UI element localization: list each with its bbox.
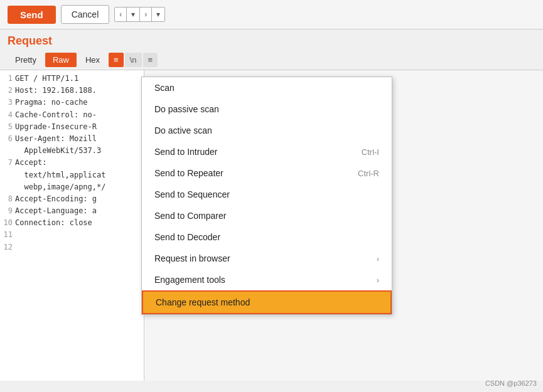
tab-raw[interactable]: Raw — [45, 53, 77, 67]
menu-item-label: Engagement tools — [154, 275, 225, 285]
menu-item-active-scan[interactable]: Do active scan — [142, 120, 392, 141]
editor-line: webp,image/apng,*/ — [3, 181, 141, 193]
editor-line: 11 — [3, 229, 141, 241]
editor-line: 3Pragma: no-cache — [3, 97, 141, 109]
menu-item-label: Send to Repeater — [154, 168, 223, 178]
submenu-arrow-icon: › — [377, 275, 379, 285]
nav-fwd-button[interactable]: › — [140, 8, 152, 21]
editor-line: text/html,applicat — [3, 169, 141, 181]
request-section: Request — [0, 29, 543, 50]
send-button[interactable]: Send — [8, 6, 56, 24]
menu-item-label: Send to Intruder — [154, 147, 217, 157]
nav-group: ‹ ▾ › ▾ — [114, 7, 165, 22]
tab-bar: Pretty Raw Hex ≡ \n ≡ — [0, 50, 543, 70]
menu-item-label: Change request method — [156, 297, 250, 307]
menu-item-label: Send to Decoder — [154, 232, 220, 242]
cancel-button[interactable]: Cancel — [61, 5, 110, 24]
tab-icon-equals[interactable]: ≡ — [143, 53, 158, 67]
menu-item-send-repeater[interactable]: Send to Repeater Ctrl-R — [142, 162, 392, 184]
editor-line: 10Connection: close — [3, 217, 141, 229]
watermark: CSDN @p36273 — [485, 379, 537, 387]
tab-hex[interactable]: Hex — [78, 53, 107, 67]
menu-item-change-request-method[interactable]: Change request method — [142, 290, 392, 314]
menu-item-label: Send to Sequencer — [154, 189, 230, 199]
menu-item-label: Send to Comparer — [154, 211, 226, 221]
menu-shortcut: Ctrl-R — [358, 169, 379, 178]
tab-icon-newline[interactable]: \n — [125, 53, 142, 67]
menu-item-engagement-tools[interactable]: Engagement tools › — [142, 269, 392, 290]
menu-item-label: Do active scan — [154, 125, 212, 135]
toolbar: Send Cancel ‹ ▾ › ▾ — [0, 0, 543, 29]
editor-line: 12 — [3, 241, 141, 253]
menu-item-label: Request in browser — [154, 253, 230, 263]
menu-item-send-decoder[interactable]: Send to Decoder — [142, 226, 392, 248]
editor-line: 4Cache-Control: no- — [3, 109, 141, 121]
editor-line: 2Host: 192.168.188. — [3, 85, 141, 97]
menu-item-scan[interactable]: Scan — [142, 77, 392, 98]
editor-line: 8Accept-Encoding: g — [3, 193, 141, 205]
content-area: 1GET / HTTP/1.1 2Host: 192.168.188. 3Pra… — [0, 70, 543, 381]
nav-fwd-dropdown-button[interactable]: ▾ — [152, 8, 164, 21]
editor-line: 7Accept: — [3, 157, 141, 169]
request-title: Request — [8, 34, 52, 47]
tab-icon-list[interactable]: ≡ — [109, 53, 124, 67]
menu-shortcut: Ctrl-I — [362, 147, 379, 157]
menu-item-request-browser[interactable]: Request in browser › — [142, 248, 392, 269]
editor-line: AppleWebKit/537.3 — [3, 145, 141, 157]
menu-item-label: Scan — [154, 83, 175, 93]
menu-item-passive-scan[interactable]: Do passive scan — [142, 98, 392, 120]
request-editor[interactable]: 1GET / HTTP/1.1 2Host: 192.168.188. 3Pra… — [0, 70, 144, 381]
menu-item-send-sequencer[interactable]: Send to Sequencer — [142, 184, 392, 205]
nav-back-dropdown-button[interactable]: ▾ — [127, 8, 140, 21]
nav-back-button[interactable]: ‹ — [115, 8, 127, 21]
menu-item-label: Do passive scan — [154, 104, 219, 114]
editor-line: 1GET / HTTP/1.1 — [3, 73, 141, 85]
editor-line: 5Upgrade-Insecure-R — [3, 121, 141, 133]
editor-line: 6User-Agent: Mozill — [3, 133, 141, 145]
context-menu: Scan Do passive scan Do active scan Send… — [141, 77, 392, 315]
menu-item-send-intruder[interactable]: Send to Intruder Ctrl-I — [142, 141, 392, 162]
submenu-arrow-icon: › — [377, 254, 379, 263]
editor-line: 9Accept-Language: a — [3, 205, 141, 217]
tab-pretty[interactable]: Pretty — [8, 53, 44, 67]
menu-item-send-comparer[interactable]: Send to Comparer — [142, 205, 392, 226]
